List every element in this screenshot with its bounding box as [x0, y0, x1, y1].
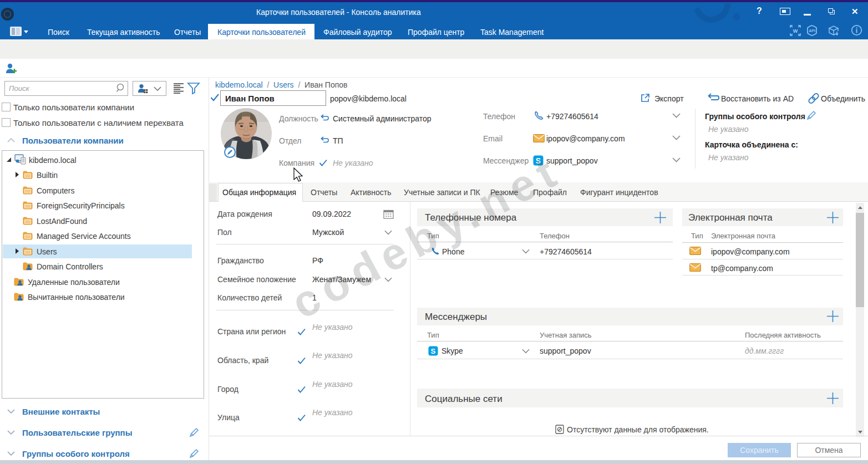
svg-text:S: S	[536, 156, 541, 165]
svg-text:API: API	[809, 29, 815, 33]
svg-text:S: S	[431, 347, 436, 355]
svg-text:W: W	[793, 28, 798, 34]
